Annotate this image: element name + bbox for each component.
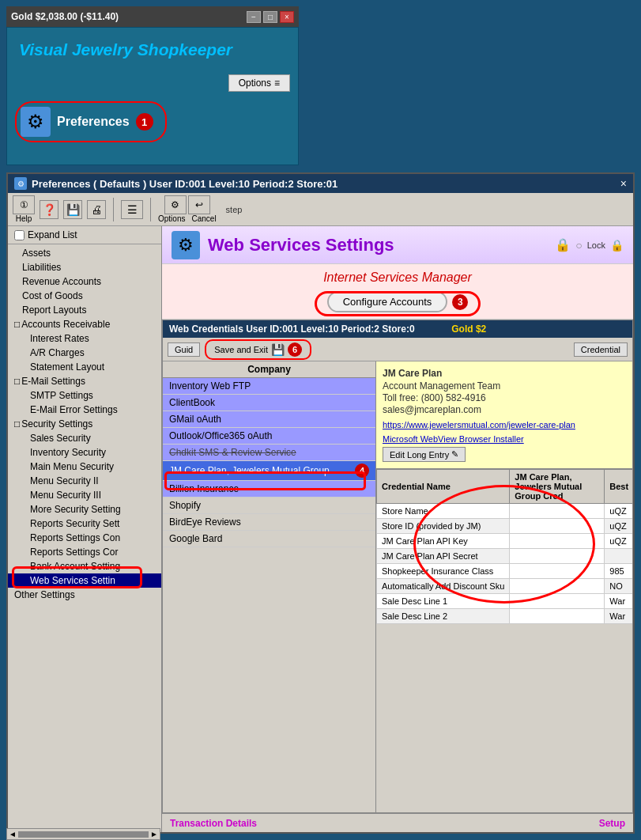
tree-item-main-menu[interactable]: Main Menu Security: [8, 460, 161, 474]
tree-item-sales-sec[interactable]: Sales Security: [8, 431, 161, 445]
guid-button[interactable]: Guid: [168, 342, 200, 357]
cred-row-name: Sale Desc Line 2: [377, 609, 510, 624]
cred-row-value[interactable]: [510, 549, 605, 564]
tree-group-ar[interactable]: □ Accounts Receivable: [8, 317, 161, 331]
print-icon[interactable]: 🖨: [87, 200, 106, 219]
company-item-3[interactable]: Outlook/Office365 oAuth: [163, 428, 375, 445]
cred-row-name: Shopkeeper Insurance Class: [377, 564, 510, 579]
tree-group-email[interactable]: □ E-Mail Settings: [8, 374, 161, 388]
options-row: Options ≡: [7, 71, 298, 95]
help-icon[interactable]: ①: [13, 195, 35, 214]
maximize-btn[interactable]: □: [263, 11, 277, 23]
company-item-2[interactable]: GMail oAuth: [163, 411, 375, 428]
info-panel: JM Care Plan Account Management Team Tol…: [376, 361, 632, 469]
wc-title-bar: Web Credentials User ID:001 Level:10 Per…: [163, 320, 632, 338]
tree-item-menu2[interactable]: Menu Security II: [8, 474, 161, 488]
tree-item-other[interactable]: Other Settings: [8, 588, 161, 602]
browser-installer-link[interactable]: Microsoft WebView Browser Installer: [383, 434, 626, 444]
main-close-icon[interactable]: ×: [620, 177, 627, 190]
info-line2: Toll free: (800) 582-4916: [383, 392, 626, 403]
transaction-details-link[interactable]: Transaction Details: [170, 818, 257, 829]
tree-item-revenue[interactable]: Revenue Accounts: [8, 274, 161, 289]
cred-row-value[interactable]: [510, 609, 605, 624]
info-icon[interactable]: ❓: [40, 200, 58, 219]
security-expand-icon: □: [14, 418, 20, 429]
configure-accounts-button[interactable]: Configure Accounts: [327, 291, 448, 312]
cred-row-value[interactable]: [510, 519, 605, 534]
tree-item-stmt[interactable]: Statement Layout: [8, 360, 161, 374]
tree-item-email-error[interactable]: E-Mail Error Settings: [8, 403, 161, 417]
company-item-shopify[interactable]: Shopify: [163, 498, 375, 514]
tree-item-ar-charges[interactable]: A/R Charges: [8, 346, 161, 360]
jm-badge: 4: [355, 464, 369, 478]
company-item-4[interactable]: Chdkit SMS & Review Service: [163, 445, 375, 461]
company-item-birdeye[interactable]: BirdEye Reviews: [163, 514, 375, 531]
tree-area[interactable]: Assets Liabilities Revenue Accounts Cost…: [8, 244, 161, 828]
cred-row-value[interactable]: [510, 594, 605, 609]
company-item-jm[interactable]: JM Care Plan, Jewelers Mutual Group 4: [163, 461, 375, 481]
save-exit-wrapper: Save and Exit 💾 6: [205, 339, 311, 360]
company-list-scroll[interactable]: Inventory Web FTP ClientBook GMail oAuth…: [163, 378, 375, 812]
wc-title-text: Web Credentials User ID:001 Level:10 Per…: [169, 324, 486, 335]
company-item-0[interactable]: Inventory Web FTP: [163, 378, 375, 395]
tree-item-assets[interactable]: Assets: [8, 246, 161, 260]
cred-row-value[interactable]: [510, 504, 605, 519]
cancel-btn-toolbar[interactable]: ↩: [188, 195, 210, 214]
tree-item-cog[interactable]: Cost of Goods: [8, 289, 161, 303]
close-btn[interactable]: ×: [280, 11, 294, 23]
company-item-google[interactable]: Google Bard: [163, 531, 375, 547]
tree-item-inv-sec[interactable]: Inventory Security: [8, 445, 161, 460]
lock-area: 🔒 ○ Lock 🔒: [555, 237, 624, 252]
company-item-billion[interactable]: Billion Insurance: [163, 481, 375, 498]
sidebar-scrollbar[interactable]: ◄ ►: [6, 828, 160, 840]
tree-item-reports[interactable]: Report Layouts: [8, 303, 161, 317]
company-item-1[interactable]: ClientBook: [163, 395, 375, 411]
app-header: Visual Jewelry Shopkeeper: [7, 28, 298, 71]
info-line3: sales@jmcareplan.com: [383, 404, 626, 415]
expand-checkbox[interactable]: [14, 230, 25, 240]
cred-col3-header: Best: [605, 470, 632, 504]
preferences-button[interactable]: ⚙ Preferences 1: [15, 101, 167, 142]
options-btn-toolbar[interactable]: ⚙: [164, 195, 187, 214]
credentials-button[interactable]: Credential: [574, 342, 628, 357]
tree-item-smtp[interactable]: SMTP Settings: [8, 388, 161, 403]
ar-expand-icon: □: [14, 319, 20, 330]
minimize-btn[interactable]: −: [247, 11, 261, 23]
menu-icon[interactable]: ☰: [121, 200, 143, 219]
options-icon: ≡: [274, 78, 280, 89]
cred-row-value[interactable]: [510, 534, 605, 549]
toolbar-help[interactable]: ① Help: [13, 195, 35, 223]
cred-row-value[interactable]: [510, 564, 605, 579]
scroll-right-btn[interactable]: ►: [150, 830, 158, 838]
tree-item-reports-con1[interactable]: Reports Settings Con: [8, 531, 161, 545]
tree-item-web-services[interactable]: Web Services Settin: [8, 573, 161, 588]
tree-group-security[interactable]: □ Security Settings: [8, 417, 161, 431]
tree-item-menu3[interactable]: Menu Security III: [8, 488, 161, 502]
tree-item-bank[interactable]: Bank Account Setting: [8, 559, 161, 573]
app-title: Visual Jewelry Shopkeeper: [19, 40, 232, 59]
tree-item-interest[interactable]: Interest Rates: [8, 331, 161, 346]
cred-row-extra: War: [605, 609, 632, 624]
company-list-panel: Company Inventory Web FTP ClientBook GMa…: [163, 361, 376, 812]
scroll-left-btn[interactable]: ◄: [9, 830, 17, 838]
tree-item-reports-sec[interactable]: Reports Security Sett: [8, 516, 161, 531]
options-button[interactable]: Options ≡: [228, 74, 290, 92]
cred-row-value[interactable]: [510, 579, 605, 594]
save-exit-button[interactable]: Save and Exit 💾 6: [205, 339, 311, 360]
lock-circle: ○: [575, 239, 582, 252]
cred-row-extra: uQZ: [605, 504, 632, 519]
info-line1: Account Management Team: [383, 380, 626, 392]
lock-label[interactable]: Lock: [587, 240, 605, 250]
info-link[interactable]: https://www.jewelersmutual.com/jeweler-c…: [383, 420, 626, 429]
ws-title: Web Services Settings: [208, 235, 394, 255]
cred-row-extra: 985: [605, 564, 632, 579]
jm-label: JM Care Plan, Jewelers Mutual Group: [169, 465, 330, 476]
save-icon[interactable]: 💾: [63, 200, 82, 219]
lock-radio[interactable]: 🔒: [610, 239, 624, 252]
prefs-row: ⚙ Preferences 1: [7, 95, 298, 149]
tree-item-reports-con2[interactable]: Reports Settings Cor: [8, 545, 161, 559]
tree-item-liabilities[interactable]: Liabilities: [8, 260, 161, 274]
tree-item-more-sec[interactable]: More Security Setting: [8, 502, 161, 516]
edit-long-entry-button[interactable]: Edit Long Entry ✎: [383, 447, 466, 462]
setup-link[interactable]: Setup: [599, 818, 625, 829]
